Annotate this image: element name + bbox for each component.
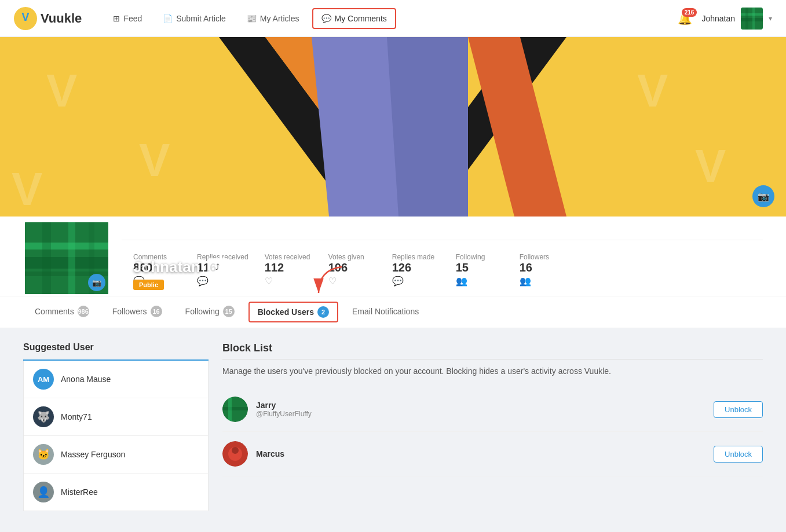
cover-area: V V V V V V [0,37,786,217]
cover-upload-button[interactable]: 📷 [752,185,774,207]
tab-following-badge: 15 [223,306,235,317]
tab-blocked-users-badge: 2 [317,306,329,318]
stat-followers: Followers 16 👥 [520,248,583,291]
logo-link[interactable]: V Vuukle [14,7,82,30]
unblock-marcus-button[interactable]: Unblock [714,446,763,463]
svg-rect-5 [745,8,748,30]
stat-following-value: 15 [456,261,469,274]
tab-following[interactable]: Following 15 [174,296,246,328]
unblock-jarry-button[interactable]: Unblock [714,401,763,418]
tab-following-label: Following [185,307,220,316]
camera-small-icon: 📷 [92,278,101,287]
suggested-users-list: AM Anona Mause 🐺 Monty71 🐱 Massey Fergus… [23,361,209,511]
navbar-username: Johnatan [701,14,735,23]
user-avatar-monty: 🐺 [33,406,54,427]
blocked-avatar-jarry [222,397,248,422]
stat-replies-made-value: 126 [392,261,411,274]
blocklist-panel: Block List Manage the users you've previ… [222,342,763,511]
blocked-user-jarry: Jarry @FluffyUserFluffy Unblock [222,387,763,432]
blocked-handle-jarry: @FluffyUserFluffy [256,410,705,418]
nav-item-my-comments[interactable]: 💬 My Comments [312,8,396,29]
stat-votes-received-label: Votes received [265,253,310,261]
svg-text:V: V [695,140,726,192]
vuukle-logo-icon: V [14,7,37,30]
tab-followers-label: Followers [112,307,147,316]
stat-replies-made: Replies made 126 💬 [392,248,456,291]
blocked-user-marcus: Marcus Unblock [222,432,763,476]
stat-followers-label: Followers [520,253,549,261]
nav-label-feed: Feed [123,14,142,23]
nav-item-submit-article[interactable]: 📄 Submit Article [155,9,234,28]
notifications-button[interactable]: 🔔 216 [678,12,692,25]
tab-comments[interactable]: Comments 986 [23,296,101,328]
camera-icon: 📷 [758,191,769,202]
svg-text:V: V [46,65,77,116]
suggested-user-misterree[interactable]: 👤 MisterRee [24,474,208,511]
blocked-user-info-jarry: Jarry @FluffyUserFluffy [256,401,705,418]
tabs-bar: Comments 986 Followers 16 Following 15 B… [0,296,786,328]
blocklist-description: Manage the users you've previously block… [222,366,763,376]
svg-rect-22 [25,243,110,250]
visibility-badge: Public [133,280,164,290]
stat-votes-received-value: 112 [265,261,284,274]
blocked-user-info-marcus: Marcus [256,449,705,458]
tab-comments-badge: 986 [78,306,89,317]
blocklist-title: Block List [222,342,763,354]
user-avatar-misterree: 👤 [33,482,54,502]
profile-section: Johnatan ⤴ Public [0,217,786,296]
suggested-users-title: Suggested User [23,342,209,353]
stat-votes-given-value: 106 [328,261,348,274]
suggested-users-panel: Suggested User AM Anona Mause 🐺 Monty71 … [23,342,209,511]
navbar: V Vuukle ⊞ Feed 📄 Submit Article 📰 My Ar… [0,0,786,37]
svg-rect-29 [222,407,248,410]
suggested-user-massey[interactable]: 🐱 Massey Ferguson [24,436,208,474]
suggested-username-misterree: MisterRee [61,487,98,497]
tabs-section: Comments 986 Followers 16 Following 15 B… [0,296,786,328]
votes-received-icon: ♡ [265,276,273,287]
comments-nav-icon: 💬 [321,14,331,23]
svg-point-33 [232,447,239,454]
grid-icon: ⊞ [113,14,120,23]
document-icon: 📄 [163,14,173,23]
avatar-upload-button[interactable]: 📷 [88,274,105,291]
replies-made-icon: 💬 [392,276,404,287]
svg-text:V: V [12,163,42,215]
svg-rect-21 [25,257,110,269]
user-avatar-massey: 🐱 [33,444,54,465]
blocked-username-jarry: Jarry [256,401,705,410]
share-icon: ⤴ [215,262,220,271]
tab-followers[interactable]: Followers 16 [101,296,174,328]
navbar-nav: ⊞ Feed 📄 Submit Article 📰 My Articles 💬 … [105,8,678,29]
suggested-user-anona[interactable]: AM Anona Mause [24,361,208,398]
svg-rect-6 [752,8,755,30]
nav-item-feed[interactable]: ⊞ Feed [105,9,150,28]
nav-label-comments: My Comments [335,14,387,23]
main-content: Suggested User AM Anona Mause 🐺 Monty71 … [0,328,786,525]
nav-label-articles: My Articles [260,14,299,23]
svg-text:V: V [139,134,170,186]
tab-comments-label: Comments [35,307,74,316]
followers-icon: 👥 [520,276,531,287]
svg-rect-24 [42,222,51,296]
tab-blocked-users[interactable]: Blocked Users 2 [248,302,338,322]
suggested-username-anona: Anona Mause [61,375,111,384]
cover-graphic: V V V V V V [0,37,786,217]
suggested-user-monty[interactable]: 🐺 Monty71 [24,398,208,436]
chevron-down-icon: ▾ [769,14,772,23]
user-menu[interactable]: Johnatan ▾ [701,8,772,30]
tab-email-notifications-label: Email Notifications [352,307,419,316]
blocked-avatar-marcus [222,441,248,467]
profile-avatar-wrap: 📷 [23,221,110,296]
tab-email-notifications[interactable]: Email Notifications [341,298,430,326]
svg-text:V: V [637,65,668,116]
nav-item-my-articles[interactable]: 📰 My Articles [239,9,308,28]
tab-followers-badge: 16 [151,306,162,317]
navbar-avatar [741,8,763,30]
svg-rect-4 [741,13,763,16]
share-button[interactable]: ⤴ [207,258,228,276]
user-avatar-anona: AM [33,369,54,390]
svg-marker-17 [387,37,468,217]
notifications-badge: 216 [682,8,697,17]
svg-rect-3 [741,18,763,21]
stat-votes-given: Votes given 106 ♡ [328,248,392,291]
